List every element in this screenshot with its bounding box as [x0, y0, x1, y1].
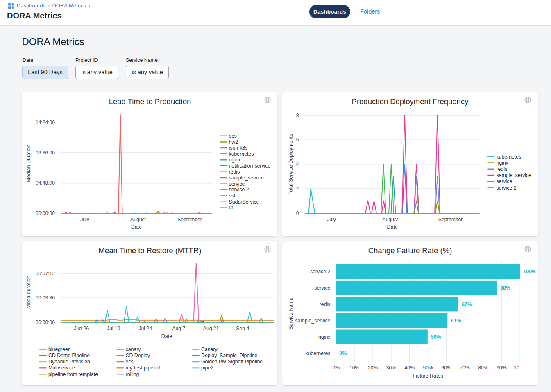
- svg-text:service 2: service 2: [229, 187, 249, 193]
- svg-text:redis: redis: [496, 166, 507, 172]
- svg-text:2: 2: [296, 186, 299, 192]
- svg-text:ssh: ssh: [229, 193, 237, 199]
- svg-text:09:36:00: 09:36:00: [36, 150, 55, 156]
- svg-text:Production Deployment Frequenc: Production Deployment Frequency: [352, 97, 469, 106]
- svg-text:90%: 90%: [497, 365, 507, 371]
- svg-text:August: August: [130, 217, 146, 222]
- svg-text:pipe2: pipe2: [201, 365, 213, 371]
- svg-text:bluegreen: bluegreen: [48, 347, 71, 352]
- svg-text:00:03:36: 00:03:36: [36, 295, 55, 301]
- svg-text:service: service: [314, 285, 330, 291]
- svg-text:kubernetes: kubernetes: [496, 154, 521, 160]
- svg-text:Date: Date: [161, 333, 172, 339]
- svg-text:sample_service: sample_service: [295, 318, 330, 324]
- svg-text:00:07:12: 00:07:12: [36, 271, 55, 276]
- svg-text:50%: 50%: [423, 365, 433, 371]
- svg-text:67%: 67%: [462, 301, 472, 307]
- svg-text:redis: redis: [320, 301, 331, 307]
- svg-text:Multiservice: Multiservice: [48, 365, 75, 371]
- svg-text:ecs: ecs: [126, 359, 134, 365]
- svg-text:Jun 26: Jun 26: [74, 326, 89, 331]
- svg-text:Golden PM Signoff Pipeline: Golden PM Signoff Pipeline: [201, 359, 263, 365]
- svg-text:July: July: [327, 217, 336, 222]
- svg-text:70%: 70%: [460, 365, 470, 371]
- svg-text:Jul 24: Jul 24: [138, 326, 152, 331]
- svg-text:rolling: rolling: [126, 372, 139, 377]
- svg-text:Date: Date: [131, 224, 142, 230]
- svg-text:4: 4: [296, 161, 299, 167]
- svg-text:redis: redis: [229, 169, 240, 175]
- svg-text:service: service: [229, 181, 245, 187]
- svg-text:14:24:00: 14:24:00: [36, 120, 55, 125]
- svg-text:CD Deploy: CD Deploy: [126, 353, 150, 358]
- svg-text:service: service: [496, 179, 512, 184]
- svg-text:6: 6: [296, 137, 299, 143]
- svg-text:Dynamic Provision: Dynamic Provision: [48, 359, 90, 365]
- svg-text:30%: 30%: [386, 365, 397, 371]
- svg-text:100%: 100%: [523, 269, 536, 274]
- svg-text:September: September: [177, 217, 202, 222]
- svg-text:Failure Rates: Failure Rates: [413, 373, 443, 379]
- svg-text:sample_service: sample_service: [496, 172, 531, 178]
- svg-text:80%: 80%: [478, 365, 488, 371]
- svg-text:nginx: nginx: [496, 160, 508, 166]
- svg-text:Change Failure Rate (%): Change Failure Rate (%): [368, 246, 452, 255]
- svg-text:0%: 0%: [339, 351, 347, 356]
- svg-text:kubernetes: kubernetes: [305, 351, 330, 356]
- svg-text:Mean duration: Mean duration: [26, 276, 32, 308]
- svg-text:00:00:00: 00:00:00: [36, 319, 55, 325]
- svg-text:10...: 10...: [514, 365, 524, 371]
- svg-text:10%: 10%: [349, 365, 360, 371]
- svg-text:0%: 0%: [332, 365, 340, 371]
- svg-text:0: 0: [296, 211, 299, 216]
- svg-text:Sep 4: Sep 4: [236, 326, 249, 331]
- svg-text:SudarService: SudarService: [229, 199, 259, 205]
- svg-text:nginx: nginx: [318, 334, 331, 340]
- svg-text:Total Service Deployments: Total Service Deployments: [288, 134, 294, 195]
- svg-text:Aug 7: Aug 7: [172, 326, 185, 331]
- svg-text:Aug 21: Aug 21: [203, 326, 219, 331]
- svg-text:40%: 40%: [405, 365, 415, 371]
- svg-text:July: July: [80, 217, 90, 222]
- svg-text:60%: 60%: [441, 365, 451, 371]
- svg-text:20%: 20%: [368, 365, 378, 371]
- svg-text:pipeline from template: pipeline from template: [48, 372, 98, 377]
- svg-text:sample_service: sample_service: [229, 175, 264, 181]
- svg-text:8: 8: [296, 113, 299, 118]
- svg-text:my-test-pipelin1: my-test-pipelin1: [126, 365, 161, 371]
- svg-text:Lead Time to Production: Lead Time to Production: [109, 97, 191, 106]
- svg-text:canary: canary: [126, 347, 141, 352]
- svg-text:∅: ∅: [229, 205, 234, 211]
- svg-text:service 2: service 2: [310, 269, 331, 274]
- svg-text:61%: 61%: [451, 318, 461, 324]
- svg-text:August: August: [382, 217, 398, 222]
- svg-text:Deploy_Sample_Pipeline: Deploy_Sample_Pipeline: [201, 353, 258, 358]
- svg-text:September: September: [438, 217, 463, 222]
- svg-text:88%: 88%: [500, 285, 510, 291]
- svg-text:nginx: nginx: [229, 157, 241, 163]
- svg-text:ecs: ecs: [229, 133, 237, 139]
- svg-text:Median Duration: Median Duration: [26, 145, 32, 182]
- svg-text:Mean Time to Restore (MTTR): Mean Time to Restore (MTTR): [99, 246, 202, 255]
- svg-text:Date: Date: [387, 224, 398, 230]
- svg-text:Service Name: Service Name: [288, 297, 294, 330]
- svg-text:50%: 50%: [431, 334, 441, 340]
- svg-text:04:48:00: 04:48:00: [36, 180, 55, 186]
- svg-text:00:00:00: 00:00:00: [36, 211, 55, 216]
- svg-text:service 2: service 2: [496, 185, 516, 191]
- svg-text:Canary: Canary: [201, 347, 218, 352]
- svg-text:kubernetes: kubernetes: [229, 151, 254, 157]
- svg-text:notification-service: notification-service: [229, 163, 271, 169]
- svg-text:json-k8s: json-k8s: [229, 145, 248, 151]
- svg-text:Jul 10: Jul 10: [107, 326, 120, 331]
- svg-text:hw2: hw2: [229, 139, 238, 145]
- svg-text:CD Demo Pipeline: CD Demo Pipeline: [48, 353, 90, 358]
